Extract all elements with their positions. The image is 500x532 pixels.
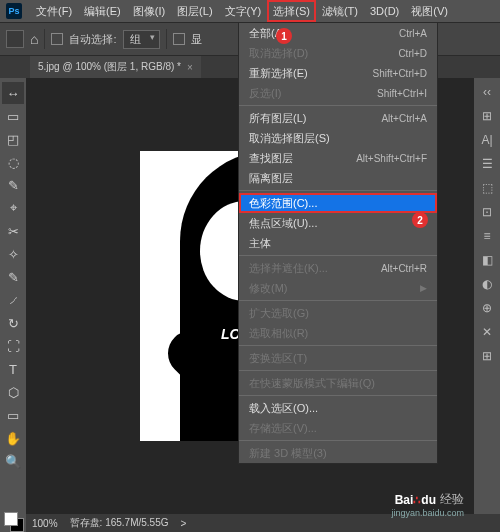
tool-preset-icon[interactable] xyxy=(6,30,24,48)
menuitem-label: 新建 3D 模型(3) xyxy=(249,446,327,461)
menuitem-扩大选取G: 扩大选取(G) xyxy=(239,303,437,323)
tool-14[interactable]: ▭ xyxy=(2,404,24,426)
ps-logo-icon: Ps xyxy=(6,3,22,19)
tool-9[interactable]: ⟋ xyxy=(2,289,24,311)
panel-icon-6[interactable]: ≡ xyxy=(477,226,497,246)
tool-3[interactable]: ◌ xyxy=(2,151,24,173)
panel-icon-3[interactable]: ☰ xyxy=(477,154,497,174)
tool-7[interactable]: ✧ xyxy=(2,243,24,265)
menuitem-所有图层L[interactable]: 所有图层(L)Alt+Ctrl+A xyxy=(239,108,437,128)
scratch-disk-info: 暂存盘: 165.7M/5.55G xyxy=(70,516,169,530)
tool-1[interactable]: ▭ xyxy=(2,105,24,127)
menuitem-反选I: 反选(I)Shift+Ctrl+I xyxy=(239,83,437,103)
auto-select-label: 自动选择: xyxy=(69,32,116,47)
panel-icon-2[interactable]: A| xyxy=(477,130,497,150)
menuitem-焦点区域U[interactable]: 焦点区域(U)... xyxy=(239,213,437,233)
menuitem-label: 色彩范围(C)... xyxy=(249,196,317,211)
menu-视图[interactable]: 视图(V) xyxy=(405,0,454,22)
menu-separator xyxy=(239,395,437,396)
annotation-badge-2: 2 xyxy=(412,212,428,228)
watermark-url: jingyan.baidu.com xyxy=(391,508,464,518)
menuitem-变换选区T: 变换选区(T) xyxy=(239,348,437,368)
tool-5[interactable]: ⌖ xyxy=(2,197,24,219)
tool-15[interactable]: ✋ xyxy=(2,427,24,449)
menubar: Ps 文件(F)编辑(E)图像(I)图层(L)文字(Y)选择(S)滤镜(T)3D… xyxy=(0,0,500,22)
menu-文字[interactable]: 文字(Y) xyxy=(219,0,268,22)
menu-3d[interactable]: 3D(D) xyxy=(364,0,405,22)
menuitem-label: 修改(M) xyxy=(249,281,288,296)
menu-separator xyxy=(239,345,437,346)
menuitem-选择并遮住K: 选择并遮住(K)...Alt+Ctrl+R xyxy=(239,258,437,278)
tool-8[interactable]: ✎ xyxy=(2,266,24,288)
menuitem-label: 存储选区(V)... xyxy=(249,421,317,436)
menuitem-label: 隔离图层 xyxy=(249,171,293,186)
menuitem-shortcut: Alt+Ctrl+A xyxy=(381,113,427,124)
menuitem-选取相似R: 选取相似(R) xyxy=(239,323,437,343)
panel-icon-4[interactable]: ⬚ xyxy=(477,178,497,198)
menuitem-shortcut: Alt+Shift+Ctrl+F xyxy=(356,153,427,164)
tool-2[interactable]: ◰ xyxy=(2,128,24,150)
show-label: 显 xyxy=(191,32,202,47)
separator xyxy=(44,29,45,49)
menu-编辑[interactable]: 编辑(E) xyxy=(78,0,127,22)
menuitem-label: 所有图层(L) xyxy=(249,111,306,126)
menuitem-label: 变换选区(T) xyxy=(249,351,307,366)
menuitem-隔离图层[interactable]: 隔离图层 xyxy=(239,168,437,188)
tool-6[interactable]: ✂ xyxy=(2,220,24,242)
menu-滤镜[interactable]: 滤镜(T) xyxy=(316,0,364,22)
tool-0[interactable]: ↔ xyxy=(2,82,24,104)
menuitem-载入选区O[interactable]: 载入选区(O)... xyxy=(239,398,437,418)
tool-12[interactable]: T xyxy=(2,358,24,380)
menuitem-取消选择图层S[interactable]: 取消选择图层(S) xyxy=(239,128,437,148)
menuitem-主体[interactable]: 主体 xyxy=(239,233,437,253)
menuitem-修改M: 修改(M)▶ xyxy=(239,278,437,298)
annotation-badge-1: 1 xyxy=(276,28,292,44)
menuitem-取消选择D: 取消选择(D)Ctrl+D xyxy=(239,43,437,63)
menuitem-label: 载入选区(O)... xyxy=(249,401,318,416)
watermark-suffix: 经验 xyxy=(440,491,464,508)
tool-4[interactable]: ✎ xyxy=(2,174,24,196)
tool-11[interactable]: ⛶ xyxy=(2,335,24,357)
document-tab[interactable]: 5.jpg @ 100% (图层 1, RGB/8) * × xyxy=(30,56,201,78)
menu-图层[interactable]: 图层(L) xyxy=(171,0,218,22)
menuitem-label: 取消选择图层(S) xyxy=(249,131,330,146)
tool-16[interactable]: 🔍 xyxy=(2,450,24,472)
menuitem-shortcut: Ctrl+D xyxy=(398,48,427,59)
menu-图像[interactable]: 图像(I) xyxy=(127,0,171,22)
watermark-brand: Bai∴du xyxy=(395,493,436,507)
panel-icon-10[interactable]: ✕ xyxy=(477,322,497,342)
menuitem-全部A[interactable]: 全部(A)Ctrl+A xyxy=(239,23,437,43)
app-root: Ps 文件(F)编辑(E)图像(I)图层(L)文字(Y)选择(S)滤镜(T)3D… xyxy=(0,0,500,532)
tool-13[interactable]: ⬡ xyxy=(2,381,24,403)
panel-icon-11[interactable]: ⊞ xyxy=(477,346,497,366)
auto-select-dropdown[interactable]: 组 xyxy=(123,30,160,49)
panel-icon-5[interactable]: ⊡ xyxy=(477,202,497,222)
menuitem-重新选择E[interactable]: 重新选择(E)Shift+Ctrl+D xyxy=(239,63,437,83)
toolbox: ↔▭◰◌✎⌖✂✧✎⟋↻⛶T⬡▭✋🔍 xyxy=(0,78,26,514)
panel-icon-0[interactable]: ‹‹ xyxy=(477,82,497,102)
menuitem-label: 重新选择(E) xyxy=(249,66,308,81)
menu-选择[interactable]: 选择(S) xyxy=(267,0,316,22)
foreground-swatch[interactable] xyxy=(4,512,18,526)
panel-icon-7[interactable]: ◧ xyxy=(477,250,497,270)
panel-icon-9[interactable]: ⊕ xyxy=(477,298,497,318)
close-icon[interactable]: × xyxy=(187,62,193,73)
right-panel-icons: ‹‹⊞A|☰⬚⊡≡◧◐⊕✕⊞ xyxy=(474,78,500,514)
menu-separator xyxy=(239,255,437,256)
tool-10[interactable]: ↻ xyxy=(2,312,24,334)
menu-separator xyxy=(239,300,437,301)
zoom-level[interactable]: 100% xyxy=(32,518,58,529)
menuitem-shortcut: Ctrl+A xyxy=(399,28,427,39)
panel-icon-1[interactable]: ⊞ xyxy=(477,106,497,126)
menu-separator xyxy=(239,190,437,191)
show-checkbox[interactable] xyxy=(173,33,185,45)
home-icon[interactable]: ⌂ xyxy=(30,31,38,47)
status-arrow-icon[interactable]: > xyxy=(181,518,187,529)
auto-select-checkbox[interactable] xyxy=(51,33,63,45)
menuitem-label: 选取相似(R) xyxy=(249,326,308,341)
panel-icon-8[interactable]: ◐ xyxy=(477,274,497,294)
menu-文件[interactable]: 文件(F) xyxy=(30,0,78,22)
menuitem-label: 主体 xyxy=(249,236,271,251)
menuitem-色彩范围C[interactable]: 色彩范围(C)... xyxy=(239,193,437,213)
menuitem-查找图层[interactable]: 查找图层Alt+Shift+Ctrl+F xyxy=(239,148,437,168)
